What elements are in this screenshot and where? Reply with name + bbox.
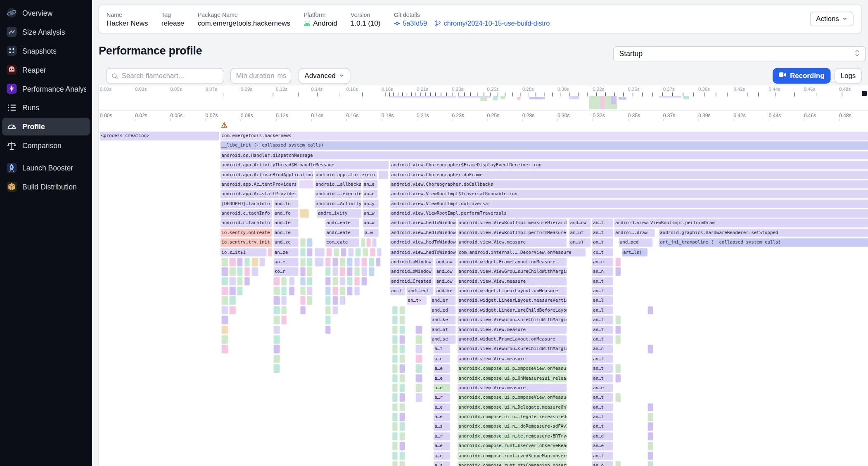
flame-frame[interactable] bbox=[377, 248, 382, 257]
flame-frame[interactable]: and…fo bbox=[273, 199, 299, 208]
flame-frame[interactable] bbox=[340, 296, 346, 305]
flame-frame[interactable] bbox=[229, 277, 236, 286]
flame-frame[interactable] bbox=[370, 248, 376, 257]
sidebar-item-size-analysis[interactable]: Size Analysis bbox=[2, 23, 90, 40]
flame-frame[interactable] bbox=[392, 413, 398, 421]
flame-frame[interactable] bbox=[378, 170, 388, 179]
flame-frame[interactable] bbox=[399, 422, 405, 431]
search-input[interactable] bbox=[106, 68, 224, 83]
flame-frame[interactable]: and…ed bbox=[431, 306, 456, 315]
flame-frame[interactable] bbox=[399, 403, 405, 412]
flame-frame[interactable] bbox=[392, 393, 398, 402]
flame-frame[interactable] bbox=[361, 267, 367, 276]
flame-frame[interactable]: andr…eate bbox=[325, 219, 359, 227]
flame-frame[interactable] bbox=[399, 355, 405, 363]
flame-frame[interactable] bbox=[325, 267, 331, 276]
flame-frame[interactable]: an…n bbox=[592, 345, 613, 353]
flame-frame[interactable] bbox=[315, 248, 325, 257]
flame-frame[interactable] bbox=[354, 286, 360, 295]
flame-frame[interactable] bbox=[399, 383, 405, 392]
flame-frame[interactable]: android.view.Choreographer.doCallbacks bbox=[390, 180, 868, 189]
flame-frame[interactable] bbox=[300, 238, 306, 247]
flame-frame[interactable] bbox=[281, 296, 287, 305]
flame-frame[interactable] bbox=[332, 296, 338, 305]
flame-frame[interactable] bbox=[300, 306, 306, 315]
flame-frame[interactable] bbox=[325, 277, 331, 286]
flame-frame[interactable]: android.view.View.measure bbox=[458, 277, 567, 286]
flame-frame[interactable]: and…se bbox=[431, 335, 456, 344]
flame-frame[interactable] bbox=[244, 277, 250, 286]
flame-frame[interactable] bbox=[347, 277, 353, 286]
flame-frame[interactable] bbox=[325, 325, 331, 334]
flame-frame[interactable]: androi….draw bbox=[614, 229, 655, 237]
flame-frame[interactable]: android.widget.Linear…ureChildBeforeLayo… bbox=[458, 306, 567, 315]
flame-frame[interactable] bbox=[340, 286, 346, 295]
flame-frame[interactable]: com…eate bbox=[325, 238, 359, 247]
flame-frame[interactable]: and…ow bbox=[435, 258, 456, 266]
flame-frame[interactable]: androidx.compose.ui.p…omposeView.onMeasu… bbox=[458, 393, 567, 402]
flame-frame[interactable] bbox=[273, 306, 280, 315]
sidebar-item-overview[interactable]: Overview bbox=[2, 4, 90, 21]
flame-frame[interactable]: android.app.ActivityThread$H.handleMessa… bbox=[221, 161, 389, 169]
flame-frame[interactable]: a…e bbox=[434, 355, 451, 363]
flame-frame[interactable] bbox=[251, 267, 258, 276]
flame-frame[interactable] bbox=[392, 442, 398, 450]
flame-frame[interactable] bbox=[415, 325, 422, 334]
flame-frame[interactable] bbox=[221, 296, 228, 305]
flame-frame[interactable]: android.view…hedToWindow bbox=[390, 229, 456, 237]
flame-frame[interactable]: a…s bbox=[434, 461, 451, 466]
flame-frame[interactable] bbox=[300, 286, 306, 295]
flame-frame[interactable] bbox=[300, 248, 306, 257]
flame-frame[interactable] bbox=[615, 267, 621, 276]
flame-frame[interactable] bbox=[415, 393, 422, 402]
flame-frame[interactable] bbox=[332, 267, 338, 276]
flame-frame[interactable]: android.c…tachInfo bbox=[221, 219, 273, 227]
flame-frame[interactable]: com.android.internal.….DecorView.onMeasu… bbox=[458, 248, 586, 257]
flame-frame[interactable]: androidx.compose.runt…ot$Companion.obser… bbox=[458, 461, 567, 466]
flame-frame[interactable] bbox=[273, 277, 280, 286]
flame-frame[interactable]: an…t bbox=[592, 316, 613, 324]
flame-frame[interactable] bbox=[281, 306, 287, 315]
flame-frame[interactable]: android.view.View.measure bbox=[458, 383, 567, 392]
flame-frame[interactable]: and…ze bbox=[273, 229, 299, 237]
flame-frame[interactable]: android.view.View.measure bbox=[458, 325, 567, 334]
branch-link[interactable]: chromy/2024-10-15-use-build-distro bbox=[435, 19, 550, 27]
flame-frame[interactable]: an…e bbox=[592, 442, 613, 450]
flame-frame[interactable]: an…l bbox=[592, 306, 613, 315]
flame-frame[interactable]: an…t bbox=[592, 452, 613, 460]
flame-frame[interactable] bbox=[307, 296, 313, 305]
flame-frame[interactable]: and…ke bbox=[431, 316, 456, 324]
sidebar-item-reaper[interactable]: Reaper bbox=[2, 61, 90, 78]
flame-frame[interactable] bbox=[392, 374, 398, 383]
flame-frame[interactable]: an…t bbox=[592, 286, 613, 295]
flame-frame[interactable] bbox=[615, 325, 621, 334]
flame-frame[interactable]: android.widget.FrameLayout.onMeasure bbox=[458, 335, 567, 344]
flame-frame[interactable] bbox=[399, 316, 405, 324]
flame-frame[interactable]: android.os.Handler.dispatchMessage bbox=[221, 151, 868, 160]
flame-frame[interactable] bbox=[615, 374, 621, 383]
flame-frame[interactable]: an…e bbox=[592, 383, 613, 392]
flame-frame[interactable]: andr…ent bbox=[407, 286, 434, 295]
flame-frame[interactable]: io.s…it$1 bbox=[221, 248, 267, 257]
flame-frame[interactable]: android.widget.FrameLayout.onMeasure bbox=[458, 258, 567, 266]
flame-frame[interactable] bbox=[325, 316, 331, 324]
flame-frame[interactable] bbox=[237, 267, 243, 276]
flame-frame[interactable] bbox=[332, 306, 338, 315]
flame-frame[interactable]: <process creation> bbox=[100, 132, 219, 140]
flame-frame[interactable]: a…r bbox=[434, 432, 451, 441]
flame-frame[interactable] bbox=[392, 355, 398, 363]
sidebar-item-runs[interactable]: Runs bbox=[2, 99, 90, 116]
flame-frame[interactable]: androidx.compose.ui.p…omposeView.onMeasu… bbox=[458, 364, 567, 373]
flame-frame[interactable]: androidx.compose.runt…rvedScopeMap.obser… bbox=[458, 452, 567, 460]
flame-frame[interactable] bbox=[399, 374, 405, 383]
flame-frame[interactable]: android.view…hedToWindow bbox=[390, 238, 456, 247]
flame-frame[interactable] bbox=[325, 286, 331, 295]
flame-frame[interactable]: android.view.ViewRootImpl.performMeasure bbox=[458, 229, 567, 237]
flame-frame[interactable] bbox=[361, 277, 367, 286]
flame-frame[interactable]: an…e bbox=[363, 190, 377, 199]
flame-frame[interactable] bbox=[300, 258, 306, 266]
minimap-viewport-handle[interactable] bbox=[862, 91, 867, 96]
flame-frame[interactable] bbox=[615, 316, 621, 324]
flame-frame[interactable] bbox=[237, 277, 243, 286]
flame-frame[interactable]: android.view.ViewGrou…sureChildWithMargi… bbox=[458, 267, 567, 276]
